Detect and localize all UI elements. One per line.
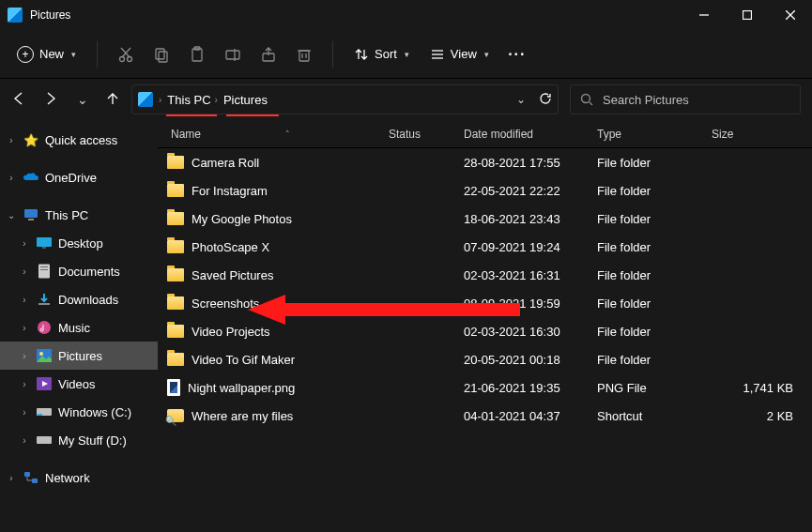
chevron-right-icon[interactable]: › [6,473,17,483]
sidebar-item-this-pc[interactable]: ⌄ This PC [0,201,158,229]
file-row[interactable]: Saved Pictures02-03-2021 16:31File folde… [158,261,812,289]
file-name: For Instagram [192,184,268,198]
file-row[interactable]: Video To Gif Maker20-05-2021 00:18File f… [158,345,812,373]
sidebar-item-documents[interactable]: › Documents [0,257,158,285]
up-button[interactable] [105,91,120,109]
breadcrumb-this-pc[interactable]: This PC › [167,93,218,107]
sidebar-item-network[interactable]: › Network [0,464,158,492]
file-date: 28-08-2021 17:55 [464,156,597,170]
sidebar-item-pictures[interactable]: › Pictures [0,342,158,370]
sidebar-item-videos[interactable]: › Videos [0,370,158,398]
chevron-right-icon[interactable]: › [19,238,30,249]
column-name[interactable]: Name ˄ [158,128,389,141]
file-date: 20-05-2021 00:18 [464,353,597,367]
svg-rect-8 [156,49,164,59]
file-row[interactable]: Video Projects02-03-2021 16:30File folde… [158,317,812,345]
file-date: 02-03-2021 16:30 [464,325,597,339]
file-type: File folder [597,240,712,254]
copy-icon[interactable] [146,39,176,69]
cut-icon[interactable] [111,39,141,69]
svg-line-23 [590,102,592,105]
address-dropdown[interactable]: ⌄ [516,93,526,106]
refresh-button[interactable] [539,92,552,108]
chevron-right-icon[interactable]: › [6,173,17,183]
sidebar-item-my-stuff-d[interactable]: › My Stuff (D:) [0,426,158,454]
file-name: My Google Photos [192,212,292,226]
sort-button[interactable]: Sort ▾ [346,43,417,66]
documents-icon [36,263,53,280]
sidebar-item-quick-access[interactable]: › ⭐ Quick access [0,126,158,154]
close-button[interactable] [769,0,812,30]
chevron-right-icon[interactable]: › [19,323,30,333]
chevron-right-icon[interactable]: › [19,266,30,277]
back-button[interactable] [11,91,26,109]
file-name: Saved Pictures [192,268,273,282]
sidebar-item-onedrive[interactable]: › OneDrive [0,163,158,191]
file-name: Screenshots [192,296,259,311]
recent-dropdown[interactable]: ⌄ [77,92,88,107]
new-label: New [39,47,64,61]
chevron-down-icon: ▾ [71,50,76,59]
search-input[interactable]: Search Pictures [570,84,801,114]
separator [97,41,98,68]
new-button[interactable]: + New ▾ [9,42,84,67]
svg-rect-25 [28,219,34,220]
navigation-row: ⌄ › This PC › Pictures ⌄ Search Pictures [0,79,812,120]
file-name: Video Projects [192,325,270,339]
delete-icon[interactable] [289,39,319,69]
column-status[interactable]: Status [389,128,464,141]
svg-point-32 [38,321,51,334]
maximize-button[interactable] [726,0,769,30]
chevron-right-icon[interactable]: › [19,407,30,418]
sidebar-item-downloads[interactable]: › Downloads [0,285,158,313]
file-row[interactable]: Where are my files04-01-2021 04:37Shortc… [158,402,812,430]
file-date: 18-06-2021 23:43 [464,212,597,226]
sidebar-item-music[interactable]: › Music [0,313,158,342]
drive-icon [36,432,53,448]
file-row[interactable]: My Google Photos18-06-2021 23:43File fol… [158,205,812,233]
chevron-right-icon[interactable]: › [19,435,30,446]
svg-point-22 [582,95,590,103]
file-row[interactable]: For Instagram22-05-2021 22:22File folder [158,176,812,205]
annotation-underline [166,114,217,116]
music-icon [36,319,53,336]
breadcrumb-pictures[interactable]: Pictures [223,93,268,107]
file-row[interactable]: PhotoScape X07-09-2021 19:24File folder [158,233,812,261]
file-name: Video To Gif Maker [192,353,295,367]
minimize-button[interactable] [682,0,726,30]
svg-rect-12 [226,51,239,59]
file-row[interactable]: Night wallpaper.png21-06-2021 19:35PNG F… [158,373,812,402]
file-row[interactable]: Camera Roll28-08-2021 17:55File folder [158,148,812,176]
column-type[interactable]: Type [597,128,712,141]
svg-rect-9 [159,52,167,62]
chevron-right-icon[interactable]: › [19,379,30,389]
svg-rect-31 [38,303,50,305]
file-row[interactable]: Screenshots08-09-2021 19:59File folder [158,289,812,317]
svg-point-5 [128,56,132,61]
chevron-right-icon[interactable]: › [19,295,30,305]
navigation-tree: › ⭐ Quick access › OneDrive ⌄ This PC › … [0,120,158,532]
share-icon[interactable] [253,39,283,69]
svg-rect-38 [37,436,52,444]
column-date[interactable]: Date modified [464,128,597,141]
chevron-right-icon[interactable]: › [19,351,30,361]
file-type: File folder [597,212,712,226]
more-button[interactable]: ··· [502,39,532,69]
file-name: Night wallpaper.png [188,381,295,395]
sidebar-item-windows-c[interactable]: › Windows (C:) [0,398,158,426]
chevron-down-icon[interactable]: ⌄ [6,210,17,220]
rename-icon[interactable] [218,39,248,69]
sidebar-item-desktop[interactable]: › Desktop [0,229,158,257]
chevron-right-icon[interactable]: › [6,135,17,145]
paste-icon[interactable] [182,39,212,69]
file-type: File folder [597,184,712,198]
file-date: 08-09-2021 19:59 [464,296,597,311]
column-size[interactable]: Size [712,128,812,141]
address-bar[interactable]: › This PC › Pictures ⌄ [131,84,559,114]
forward-button[interactable] [43,91,58,109]
folder-icon [167,268,184,281]
annotation-underline [226,114,279,116]
view-button[interactable]: View ▾ [422,43,497,66]
sort-label: Sort [375,47,397,61]
app-icon [8,8,23,23]
